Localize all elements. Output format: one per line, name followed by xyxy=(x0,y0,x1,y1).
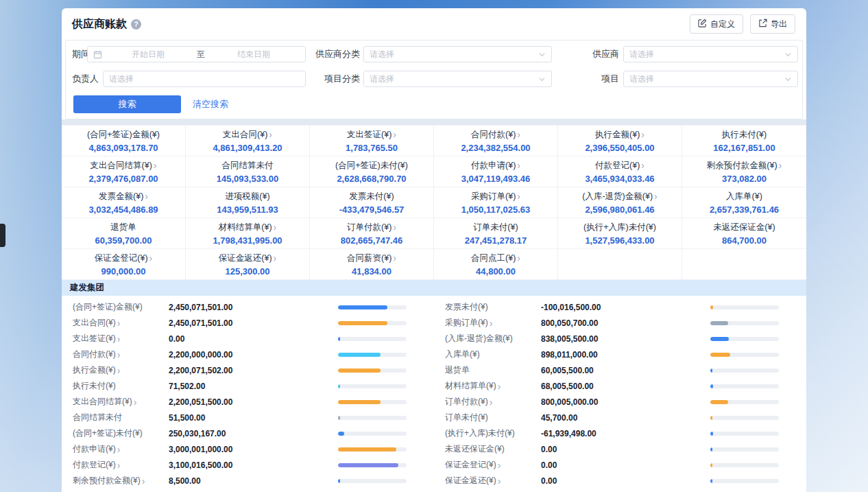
end-date-placeholder[interactable]: 结束日期 xyxy=(208,49,300,60)
value-bar xyxy=(710,368,779,373)
detail-label[interactable]: 订单付款(¥)› xyxy=(445,396,541,408)
chevron-down-icon xyxy=(538,51,546,58)
value-bar xyxy=(338,447,407,452)
drill-arrow-icon[interactable]: › xyxy=(779,161,782,170)
detail-label[interactable]: 材料结算单(¥)› xyxy=(445,380,541,392)
summary-cell[interactable]: 材料结算单(¥)›1,798,431,995.00 xyxy=(186,218,310,249)
sidebar-collapse-handle[interactable] xyxy=(0,224,5,247)
detail-label: 未返还保证金(¥) xyxy=(445,443,541,455)
supplier-select[interactable]: 请选择 xyxy=(623,46,798,62)
summary-cell[interactable]: 付款申请(¥)›3,047,119,493.46 xyxy=(434,156,558,187)
detail-label[interactable]: 付款申请(¥)› xyxy=(73,443,169,455)
summary-cell[interactable]: 保证金返还(¥)›125,300.00 xyxy=(186,249,310,280)
help-icon[interactable]: ? xyxy=(131,19,141,30)
summary-cell: 合同结算未付145,093,533.00 xyxy=(186,156,310,187)
drill-arrow-icon[interactable]: › xyxy=(269,130,272,139)
detail-label[interactable]: 保证金返还(¥)› xyxy=(445,475,541,487)
detail-label[interactable]: 付款登记(¥)› xyxy=(73,459,169,471)
export-button[interactable]: 导出 xyxy=(750,14,795,34)
drill-arrow-icon[interactable]: › xyxy=(117,460,121,470)
summary-cell[interactable]: 支出合同(¥)›4,861,309,413.20 xyxy=(186,126,310,156)
summary-cell[interactable]: 剩余预付款金额(¥)›373,082.00 xyxy=(682,156,806,187)
drill-arrow-icon[interactable]: › xyxy=(117,350,121,360)
drill-arrow-icon[interactable]: › xyxy=(490,397,493,407)
detail-value: 2,200,071,502.00 xyxy=(169,366,338,375)
detail-label[interactable]: 支出签证(¥)› xyxy=(73,333,169,344)
summary-cell[interactable]: 合同点工(¥)›44,800.00 xyxy=(434,249,558,280)
drill-arrow-icon[interactable]: › xyxy=(393,222,396,232)
summary-cell-value: -433,479,546.57 xyxy=(339,204,405,215)
project-select[interactable]: 请选择 xyxy=(623,71,798,87)
drill-arrow-icon[interactable]: › xyxy=(274,222,277,232)
drill-arrow-icon[interactable]: › xyxy=(142,476,145,486)
drill-arrow-icon[interactable]: › xyxy=(393,130,396,139)
detail-label[interactable]: 保证金登记(¥)› xyxy=(445,459,541,471)
summary-cell-label: (入库-退货)金额(¥)› xyxy=(582,191,657,202)
summary-cell-label: 执行未付(¥) xyxy=(722,129,767,141)
value-bar xyxy=(710,432,779,436)
summary-cell[interactable]: 合同付款(¥)›2,234,382,554.00 xyxy=(434,126,558,156)
drill-arrow-icon[interactable]: › xyxy=(134,397,137,407)
drill-arrow-icon[interactable]: › xyxy=(517,191,520,201)
summary-cell[interactable]: 付款登记(¥)›3,465,934,033.46 xyxy=(558,156,682,187)
supplier-category-select[interactable]: 请选择 xyxy=(363,46,552,62)
drill-arrow-icon[interactable]: › xyxy=(654,191,658,201)
owner-input[interactable] xyxy=(109,74,300,84)
summary-cell-value: 2,596,980,061.46 xyxy=(585,204,654,215)
drill-arrow-icon[interactable]: › xyxy=(117,366,121,375)
summary-cell[interactable]: 支出签证(¥)›1,783,765.50 xyxy=(310,126,434,156)
detail-row: (入库-退货)金额(¥)838,005,500.00 xyxy=(445,331,795,347)
detail-label[interactable]: 剩余预付款金额(¥)› xyxy=(73,475,169,487)
detail-value: 2,200,000,000.00 xyxy=(169,350,338,360)
drill-arrow-icon[interactable]: › xyxy=(498,382,501,391)
detail-value: 60,005,500.00 xyxy=(541,366,710,375)
drill-arrow-icon[interactable]: › xyxy=(117,334,121,344)
value-bar-fill xyxy=(338,321,387,325)
drill-arrow-icon[interactable]: › xyxy=(117,318,121,328)
summary-cell[interactable]: 合同薪资(¥)›41,834.00 xyxy=(310,249,434,280)
detail-value: 0.00 xyxy=(541,445,710,454)
drill-arrow-icon[interactable]: › xyxy=(517,161,520,170)
detail-label[interactable]: 执行金额(¥)› xyxy=(73,364,169,376)
summary-cell[interactable]: 执行金额(¥)›2,396,550,405.00 xyxy=(558,126,682,156)
drill-arrow-icon[interactable]: › xyxy=(498,460,501,470)
project-category-select[interactable]: 请选择 xyxy=(363,71,552,87)
value-bar xyxy=(338,368,407,373)
drill-arrow-icon[interactable]: › xyxy=(274,253,277,263)
value-bar-fill xyxy=(338,416,340,420)
summary-cell[interactable]: 订单付款(¥)›802,665,747.46 xyxy=(310,218,434,249)
period-date-range-input[interactable]: 开始日期 至 结束日期 xyxy=(87,46,306,62)
project-placeholder: 请选择 xyxy=(629,73,784,85)
detail-label[interactable]: 合同付款(¥)› xyxy=(73,349,169,360)
summary-cell[interactable]: 采购订单(¥)›1,050,117,025.63 xyxy=(434,187,558,218)
drill-arrow-icon[interactable]: › xyxy=(117,445,121,454)
summary-cell-value: 247,451,278.17 xyxy=(465,235,527,246)
value-bar-fill xyxy=(338,337,340,341)
drill-arrow-icon[interactable]: › xyxy=(517,130,520,139)
detail-label[interactable]: 支出合同结算(¥)› xyxy=(73,396,169,408)
detail-label: 入库单(¥) xyxy=(445,349,541,360)
summary-cell: 执行未付(¥)162,167,851.00 xyxy=(682,126,806,156)
detail-label: 订单未付(¥) xyxy=(445,412,541,423)
drill-arrow-icon[interactable]: › xyxy=(641,161,644,170)
drill-arrow-icon[interactable]: › xyxy=(517,253,520,263)
summary-cell[interactable]: 支出合同结算(¥)›2,379,476,087.00 xyxy=(62,156,186,187)
detail-label[interactable]: 支出合同(¥)› xyxy=(73,317,169,329)
summary-cell[interactable]: 发票金额(¥)›3,032,454,486.89 xyxy=(62,187,186,218)
clear-search-link[interactable]: 清空搜索 xyxy=(193,95,228,113)
summary-cell[interactable]: (入库-退货)金额(¥)›2,596,980,061.46 xyxy=(558,187,682,218)
drill-arrow-icon[interactable]: › xyxy=(393,253,396,263)
detail-label[interactable]: 采购订单(¥)› xyxy=(445,317,541,329)
drill-arrow-icon[interactable]: › xyxy=(490,318,493,328)
summary-cell-label: 发票未付(¥) xyxy=(349,191,394,202)
drill-arrow-icon[interactable]: › xyxy=(498,476,501,486)
customize-button[interactable]: 自定义 xyxy=(690,14,743,34)
detail-value: 250,030,167.00 xyxy=(169,429,338,438)
drill-arrow-icon[interactable]: › xyxy=(641,130,644,139)
summary-cell[interactable]: 保证金登记(¥)›990,000.00 xyxy=(62,249,186,280)
drill-arrow-icon[interactable]: › xyxy=(145,191,148,201)
start-date-placeholder[interactable]: 开始日期 xyxy=(102,49,194,60)
drill-arrow-icon[interactable]: › xyxy=(154,161,157,170)
drill-arrow-icon[interactable]: › xyxy=(149,253,153,263)
search-button[interactable]: 搜索 xyxy=(73,95,181,113)
